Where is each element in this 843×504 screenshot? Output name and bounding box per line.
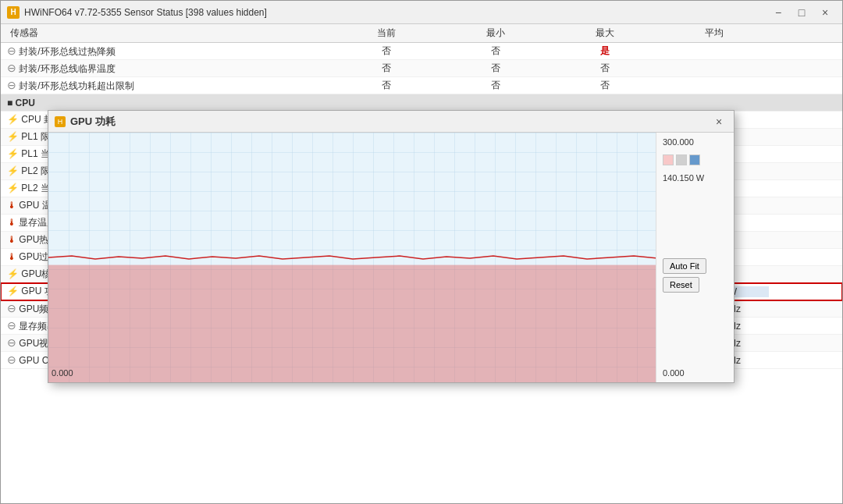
col-min: 最小 bbox=[441, 27, 550, 40]
cell-max: 是 bbox=[550, 44, 660, 58]
table-row[interactable]: ⊖ 封装/环形总线功耗超出限制 否 否 否 bbox=[1, 77, 842, 94]
minus-icon: ⊖ bbox=[7, 62, 16, 74]
table-row[interactable]: ■ CPU bbox=[1, 94, 842, 112]
maximize-button[interactable]: □ bbox=[791, 4, 813, 21]
cell-max: 否 bbox=[550, 79, 660, 92]
cell-current: 否 bbox=[332, 62, 441, 75]
color-box-pink bbox=[663, 154, 674, 165]
close-button[interactable]: × bbox=[814, 4, 836, 21]
thunder-icon: ⚡ bbox=[7, 165, 19, 176]
col-sensor: 传感器 bbox=[4, 27, 332, 40]
minimize-button[interactable]: − bbox=[767, 4, 789, 21]
chart-canvas-area: 0.000 bbox=[48, 133, 656, 382]
cell-current: 否 bbox=[332, 44, 441, 58]
cell-max: 否 bbox=[550, 62, 660, 75]
chart-sidebar: 300.000 140.150 W Auto Fit Reset 0.000 bbox=[656, 133, 734, 382]
cell-current: 否 bbox=[332, 79, 441, 92]
col-max: 最大 bbox=[550, 27, 660, 40]
chart-control-buttons: Auto Fit Reset bbox=[663, 258, 727, 293]
window-title: HWiNFO64 v7.72-5355 Sensor Status [398 v… bbox=[24, 7, 267, 18]
color-box-blue bbox=[689, 154, 700, 165]
chart-svg bbox=[48, 133, 656, 382]
chart-y-max-label: 300.000 bbox=[663, 137, 727, 147]
chart-app-icon: H bbox=[55, 116, 66, 127]
cell-label: ■ CPU bbox=[4, 98, 332, 108]
cell-min: 否 bbox=[441, 44, 550, 58]
minus-icon: ⊖ bbox=[7, 336, 16, 349]
cell-min: 否 bbox=[441, 79, 550, 92]
chart-y-mid-label: 140.150 W bbox=[663, 173, 727, 183]
chart-title: GPU 功耗 bbox=[70, 115, 116, 129]
title-bar: H HWiNFO64 v7.72-5355 Sensor Status [398… bbox=[1, 1, 842, 24]
cell-min: 否 bbox=[441, 62, 550, 75]
chart-y-min-label: 0.000 bbox=[52, 368, 571, 378]
chart-color-boxes bbox=[663, 154, 727, 165]
cell-label: ⊖ 封装/环形总线功耗超出限制 bbox=[4, 79, 332, 93]
minus-icon: ⊖ bbox=[7, 44, 16, 57]
title-bar-left: H HWiNFO64 v7.72-5355 Sensor Status [398… bbox=[7, 6, 267, 19]
gpu-power-chart: H GPU 功耗 × bbox=[48, 110, 735, 383]
autofit-button[interactable]: Auto Fit bbox=[663, 258, 706, 274]
chart-close-button[interactable]: × bbox=[710, 114, 727, 130]
thunder-icon: ⚡ bbox=[7, 183, 19, 193]
minus-icon: ⊖ bbox=[7, 302, 16, 314]
thunder-icon: ⚡ bbox=[7, 114, 19, 125]
thunder-icon: ⚡ bbox=[7, 268, 19, 279]
thermometer-icon: 🌡 bbox=[7, 234, 16, 245]
minus-icon: ⊖ bbox=[7, 79, 16, 91]
col-current: 当前 bbox=[332, 27, 441, 40]
svg-rect-5 bbox=[48, 265, 656, 382]
thunder-icon: ⚡ bbox=[7, 148, 19, 159]
thermometer-icon: 🌡 bbox=[7, 217, 16, 228]
thermometer-icon: 🌡 bbox=[7, 251, 16, 262]
chart-title-bar: H GPU 功耗 × bbox=[48, 111, 734, 133]
main-window: H HWiNFO64 v7.72-5355 Sensor Status [398… bbox=[0, 0, 843, 504]
cell-label: ⊖ 封装/环形总线临界温度 bbox=[4, 62, 332, 76]
minus-icon: ⊖ bbox=[7, 353, 16, 366]
table-row[interactable]: ⊖ 封装/环形总线过热降频 否 否 是 bbox=[1, 43, 842, 60]
thermometer-icon: 🌡 bbox=[7, 200, 16, 211]
title-bar-buttons: − □ × bbox=[767, 4, 836, 21]
chart-title-left: H GPU 功耗 bbox=[55, 115, 116, 129]
minus-icon: ⊖ bbox=[7, 319, 16, 332]
chart-body: 0.000 300.000 140.150 W Auto Fit Reset 0… bbox=[48, 133, 734, 382]
table-row[interactable]: ⊖ 封装/环形总线临界温度 否 否 否 bbox=[1, 60, 842, 77]
cell-label: ⊖ 封装/环形总线过热降频 bbox=[4, 44, 332, 59]
reset-button[interactable]: Reset bbox=[663, 277, 699, 293]
chart-y-zero-label: 0.000 bbox=[663, 368, 727, 378]
color-box-gray bbox=[676, 154, 687, 165]
app-icon: H bbox=[7, 6, 20, 19]
thunder-icon: ⚡ bbox=[7, 131, 19, 142]
col-avg: 平均 bbox=[660, 27, 769, 40]
thunder-icon: ⚡ bbox=[7, 286, 19, 296]
column-headers: 传感器 当前 最小 最大 平均 bbox=[1, 24, 842, 43]
